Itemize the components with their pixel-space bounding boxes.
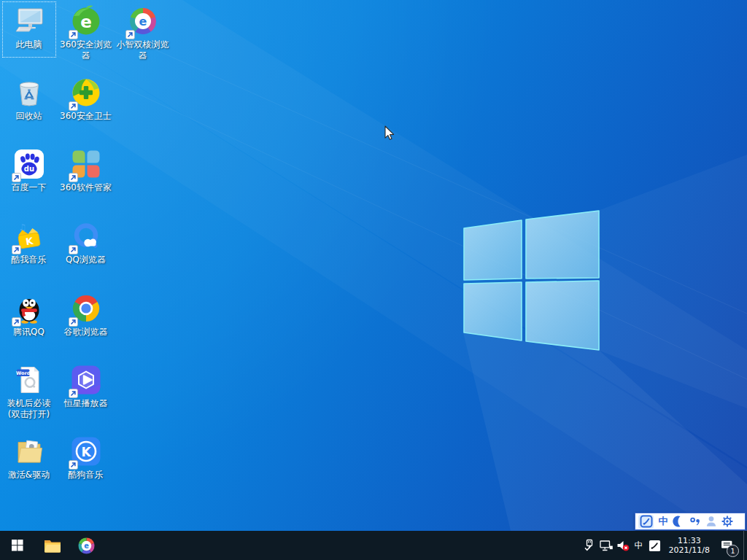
360-safe-guard-icon [70, 77, 102, 109]
ime-punctuation-icon[interactable] [689, 515, 702, 528]
ime-account-icon[interactable] [705, 515, 718, 528]
desktop-icon-label: 百度一下 [1, 182, 57, 193]
taskbar-clock[interactable]: 11:33 2021/11/8 [663, 536, 716, 555]
desktop-icon-baidu[interactable]: du百度一下 [1, 144, 57, 214]
kuwo-music-icon: ♫K [13, 220, 45, 252]
desktop-icon-qq-browser[interactable]: QQ浏览器 [58, 217, 114, 286]
file-explorer-icon [44, 537, 61, 553]
desktop[interactable]: 此电脑回收站du百度一下♫K酷我音乐腾讯QQWord装机后必读(双击打开)激活&… [0, 0, 747, 531]
star-player-icon [70, 364, 102, 396]
desktop-icon-this-pc[interactable]: 此电脑 [1, 1, 57, 71]
svg-text:K: K [81, 445, 91, 459]
desktop-icon-label: 激活&驱动 [1, 470, 57, 481]
ime-halfwidth-moon-icon[interactable] [673, 515, 686, 528]
recycle-bin-icon [13, 77, 45, 109]
shortcut-arrow-icon [69, 100, 78, 109]
taskbar[interactable]: e 中 11:3 [0, 531, 747, 560]
desktop-icon-label: 谷歌浏览器 [58, 327, 114, 338]
clock-time: 11:33 [669, 536, 710, 545]
desktop-icon-chrome[interactable]: 谷歌浏览器 [58, 289, 114, 358]
action-center-button[interactable]: 1 [716, 531, 739, 560]
baidu-icon: du [13, 148, 45, 180]
network-icon[interactable] [598, 531, 615, 560]
360-safe-browser-icon: e [70, 5, 102, 37]
desktop-icon-label: 360安全浏览器 [58, 39, 114, 61]
chrome-icon [70, 292, 102, 324]
desktop-icon-recycle-bin[interactable]: 回收站 [1, 73, 57, 142]
desktop-icon-360-safe-browser[interactable]: e360安全浏览器 [58, 1, 114, 71]
file-explorer-taskbar-button[interactable] [35, 531, 69, 560]
desktop-icon-kuwo-music[interactable]: ♫K酷我音乐 [1, 217, 57, 286]
xiaozhi-browser-icon: e [127, 5, 159, 37]
desktop-icon-star-player[interactable]: 恒星播放器 [58, 360, 114, 429]
desktop-icon-label: 酷我音乐 [1, 254, 57, 265]
desktop-icon-label: 酷狗音乐 [58, 470, 114, 481]
shortcut-arrow-icon [12, 316, 21, 325]
360-software-manager-icon [70, 148, 102, 180]
notification-badge: 1 [727, 545, 739, 557]
desktop-icon-xiaozhi-browser[interactable]: e小智双核浏览器 [115, 1, 171, 71]
shortcut-arrow-icon [69, 459, 78, 468]
start-button[interactable] [0, 531, 35, 560]
shortcut-arrow-icon [69, 244, 78, 253]
ime-chinese-mode[interactable]: 中 [657, 515, 670, 528]
svg-text:du: du [23, 165, 34, 173]
tencent-qq-icon [13, 292, 45, 324]
desktop-icon-label: 腾讯QQ [1, 327, 57, 338]
desktop-icon-tencent-qq[interactable]: 腾讯QQ [1, 289, 57, 358]
shortcut-arrow-icon [69, 171, 78, 181]
shortcut-arrow-icon [125, 28, 135, 38]
shortcut-arrow-icon [12, 244, 21, 253]
desktop-icon-label: 360软件管家 [58, 182, 114, 193]
shortcut-arrow-icon [69, 387, 78, 397]
browser-taskbar-button[interactable]: e [69, 531, 104, 560]
desktop-icon-label: 360安全卫士 [58, 111, 114, 122]
ime-settings-icon[interactable] [721, 515, 734, 528]
desktop-icon-label: 回收站 [1, 111, 57, 122]
desktop-icon-label: 恒星播放器 [58, 398, 114, 409]
desktop-icon-kugou-music[interactable]: K酷狗音乐 [58, 432, 114, 501]
windows-start-icon [12, 540, 23, 551]
shortcut-arrow-icon [69, 28, 78, 38]
volume-muted-icon[interactable] [615, 531, 632, 560]
desktop-icon-label: 小智双核浏览器 [115, 39, 171, 61]
desktop-icon-readme-doc[interactable]: Word装机后必读(双击打开) [1, 360, 57, 429]
shortcut-arrow-icon [12, 171, 21, 181]
system-tray: 中 11:33 2021/11/8 1 [581, 531, 747, 560]
qq-browser-icon [70, 220, 102, 252]
desktop-icon-label: QQ浏览器 [58, 254, 114, 265]
antivirus-tray-icon[interactable] [646, 531, 663, 560]
desktop-icon-drivers-folder[interactable]: 激活&驱动 [1, 432, 57, 501]
browser-icon: e [77, 536, 96, 556]
ime-toolbar[interactable]: 中 [635, 513, 746, 530]
desktop-icon-360-software-manager[interactable]: 360软件管家 [58, 144, 114, 214]
svg-text:e: e [139, 15, 147, 28]
desktop-icon-label: 装机后必读(双击打开) [1, 398, 57, 420]
usb-device-icon[interactable] [581, 531, 598, 560]
clock-date: 2021/11/8 [669, 545, 710, 555]
desktop-icon-360-safe-guard[interactable]: 360安全卫士 [58, 73, 114, 142]
svg-text:e: e [80, 12, 92, 31]
this-pc-icon [13, 5, 45, 37]
svg-text:Word: Word [16, 370, 31, 376]
ime-logo-icon[interactable] [638, 515, 654, 529]
kugou-music-icon: K [70, 435, 102, 467]
shortcut-arrow-icon [69, 316, 78, 325]
drivers-folder-icon [13, 435, 45, 467]
ime-tray-indicator[interactable]: 中 [632, 531, 646, 560]
svg-text:e: e [84, 542, 89, 550]
readme-doc-icon: Word [13, 364, 45, 396]
